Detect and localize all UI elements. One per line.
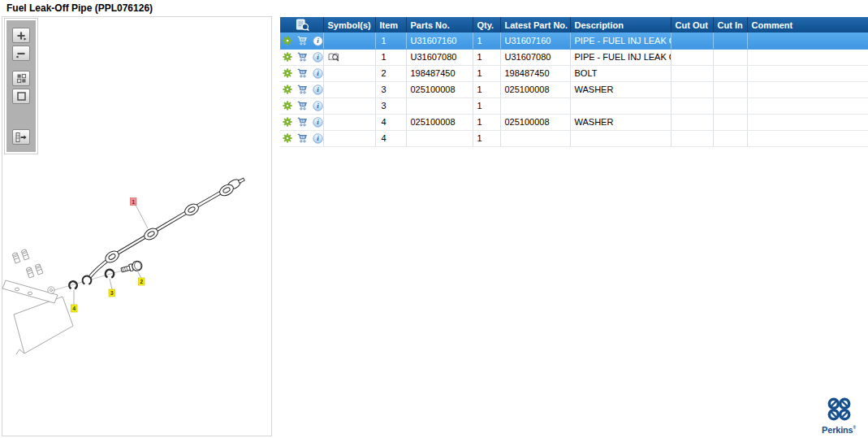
table-row[interactable]: i 3 025100008 1 025100008 WASHER (280, 81, 868, 98)
cart-icon[interactable] (297, 101, 308, 111)
comment-cell (747, 33, 868, 49)
table-row[interactable]: i 1 U31607160 1 U31607160 PIPE - FUEL IN… (280, 33, 868, 49)
diagram-bolt[interactable] (120, 260, 143, 275)
qty-cell: 1 (473, 49, 500, 65)
comment-cell (747, 98, 868, 114)
cut-in-cell (713, 81, 747, 98)
callout-2-label[interactable]: 2 (140, 279, 143, 284)
item-cell: 2 (375, 65, 406, 81)
column-header-item[interactable]: Item (375, 17, 406, 33)
latest-part-no-cell: 025100008 (500, 81, 570, 98)
gear-icon[interactable] (283, 85, 292, 94)
column-header-qty[interactable]: Qty. (473, 17, 500, 33)
parts-no-cell: 025100008 (406, 114, 473, 130)
toggle-panel-button[interactable] (12, 129, 30, 145)
parts-table-body: i 1 U31607160 1 U31607160 PIPE - FUEL IN… (280, 33, 868, 146)
column-header-description[interactable]: Description (570, 17, 671, 33)
table-row[interactable]: i 1 U31607080 1 U31607080 PIPE - FUEL IN… (280, 49, 868, 65)
column-header-actions[interactable] (280, 17, 323, 33)
table-header-row: Symbol(s) Item Parts No. Qty. Latest Par… (280, 17, 868, 33)
zoom-in-button[interactable] (12, 28, 30, 43)
row-actions-cell: i (280, 98, 323, 114)
description-cell (570, 130, 671, 146)
description-cell: BOLT (570, 65, 671, 81)
symbol-cell (323, 81, 375, 98)
cut-out-cell (671, 81, 713, 98)
cut-out-cell (671, 65, 713, 81)
table-row[interactable]: i 4 025100008 1 025100008 WASHER (280, 114, 868, 130)
symbol-cell (323, 98, 375, 114)
info-icon[interactable]: i (313, 52, 323, 63)
symbol-cell (323, 130, 375, 146)
callout-1-label[interactable]: 1 (132, 199, 135, 205)
callout-3-label[interactable]: 3 (110, 290, 114, 296)
table-row[interactable]: i 2 198487450 1 198487450 BOLT (280, 65, 868, 81)
gear-icon[interactable] (283, 36, 292, 46)
cut-in-cell (713, 114, 747, 130)
full-view-button[interactable] (12, 89, 30, 104)
viewer-toolbar (5, 19, 37, 154)
info-icon[interactable]: i (313, 117, 323, 128)
row-actions-cell: i (280, 130, 323, 146)
cut-out-cell (671, 33, 713, 49)
panel-arrow-right-icon (15, 132, 27, 143)
cut-in-cell (713, 33, 747, 49)
latest-part-no-cell: 198487450 (500, 65, 570, 81)
qty-cell: 1 (473, 33, 500, 49)
cart-icon[interactable] (297, 68, 308, 78)
parts-no-cell (406, 130, 473, 146)
table-row[interactable]: i 4 1 (280, 130, 868, 146)
cut-in-cell (713, 49, 747, 65)
parts-table: Symbol(s) Item Parts No. Qty. Latest Par… (280, 17, 868, 147)
comment-cell (747, 49, 868, 65)
callout-2[interactable]: 2 (138, 272, 145, 285)
description-cell: WASHER (570, 81, 671, 98)
comment-cell (747, 81, 868, 98)
perkins-logo: Perkins® (815, 396, 862, 435)
item-cell: 1 (375, 33, 406, 49)
row-actions-cell: i (280, 49, 323, 65)
latest-part-no-cell: U31607080 (500, 49, 570, 65)
symbol-open-book-magnifier-icon[interactable] (328, 52, 339, 63)
cart-icon[interactable] (297, 133, 308, 143)
gear-icon[interactable] (283, 52, 292, 62)
cut-out-cell (671, 130, 713, 146)
cart-icon[interactable] (297, 52, 308, 62)
qty-cell: 1 (473, 81, 500, 98)
info-icon[interactable]: i (313, 133, 323, 144)
column-header-cut-in[interactable]: Cut In (713, 17, 747, 33)
parts-no-cell: 198487450 (406, 65, 473, 81)
info-icon[interactable]: i (313, 36, 323, 46)
diagram-washer-4[interactable] (67, 280, 78, 290)
thumbnail-grid-button[interactable] (12, 71, 30, 86)
column-header-symbols[interactable]: Symbol(s) (323, 17, 375, 33)
zoom-out-button[interactable] (12, 46, 30, 61)
info-icon[interactable]: i (313, 101, 323, 111)
table-row[interactable]: i 3 1 (280, 98, 868, 114)
latest-part-no-cell (500, 130, 570, 146)
cart-icon[interactable] (297, 117, 308, 127)
info-icon[interactable]: i (313, 85, 323, 95)
callout-1[interactable]: 1 (131, 198, 149, 229)
perkins-wordmark: Perkins® (815, 423, 862, 435)
gear-icon[interactable] (283, 101, 292, 111)
qty-cell: 1 (473, 98, 500, 114)
cut-in-cell (713, 65, 747, 81)
book-magnifier-icon (284, 19, 322, 32)
callout-4[interactable]: 4 (71, 290, 78, 312)
callout-4-label[interactable]: 4 (72, 306, 76, 311)
diagram-pipe[interactable] (81, 176, 246, 286)
info-icon[interactable]: i (313, 68, 323, 79)
gear-icon[interactable] (283, 133, 292, 143)
gear-icon[interactable] (283, 117, 292, 127)
column-header-parts-no[interactable]: Parts No. (406, 17, 473, 33)
cart-icon[interactable] (297, 85, 308, 94)
cart-icon[interactable] (297, 36, 308, 46)
item-cell: 4 (375, 114, 406, 130)
column-header-latest-part-no[interactable]: Latest Part No. (500, 17, 570, 33)
item-cell: 4 (375, 130, 406, 146)
column-header-comment[interactable]: Comment (747, 17, 868, 33)
callout-3[interactable]: 3 (109, 279, 115, 297)
column-header-cut-out[interactable]: Cut Out (671, 17, 713, 33)
gear-icon[interactable] (283, 68, 292, 78)
